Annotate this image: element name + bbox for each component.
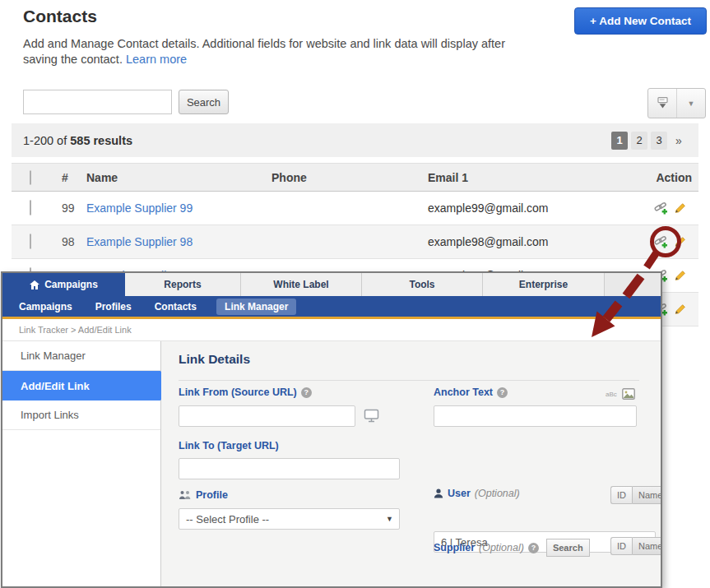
link-from-label: Link From (Source URL) ? [179,387,312,398]
sub-nav-bar: Campaigns Profiles Contacts Link Manager [2,296,661,317]
top-tab-bar: Campaigns Reports White Label Tools Ente… [2,273,661,296]
supplier-id-name-toggle: ID Name [610,537,662,555]
column-header-num: # [62,171,68,184]
link-manager-sidebar: Link Manager Add/Edit Link Import Links [2,341,161,586]
help-icon[interactable]: ? [497,387,508,398]
add-link-icon[interactable] [654,201,668,215]
column-header-email: Email 1 [428,171,468,184]
search-button[interactable]: Search [179,90,229,114]
row-email: example99@gmail.com [428,201,549,215]
contact-name-link[interactable]: Example Supplier 99 [86,201,193,215]
user-id-name-toggle: ID Name [610,486,662,504]
tab-enterprise[interactable]: Enterprise [483,273,605,296]
help-icon[interactable]: ? [301,387,312,398]
edit-pencil-icon[interactable] [673,201,687,215]
page-1-button[interactable]: 1 [611,132,628,150]
pagination: 1 2 3 » [611,132,687,150]
edit-pencil-icon[interactable] [673,235,687,249]
tab-white-label[interactable]: White Label [241,273,362,296]
column-header-name: Name [86,171,118,184]
link-manager-window: Campaigns Reports White Label Tools Ente… [1,271,662,588]
user-label: User (Optional) [434,488,520,499]
anchor-text-label: Anchor Text ? [434,387,508,398]
subnav-contacts[interactable]: Contacts [155,301,197,313]
breadcrumb: Link Tracker > Add/Edit Link [2,319,661,341]
export-button[interactable] [648,89,677,118]
row-checkbox[interactable] [30,200,31,215]
row-num: 99 [62,201,75,215]
table-header: # Name Phone Email 1 Action [12,163,698,192]
sidebar-item-add-edit-link[interactable]: Add/Edit Link [2,371,160,400]
profile-label: Profile [179,489,228,501]
user-id-button[interactable]: ID [610,486,632,504]
image-mode-icon[interactable] [622,388,635,400]
profile-icon [179,490,192,500]
select-all-checkbox[interactable] [30,170,31,185]
panel-heading: Link Details [179,352,250,367]
edit-pencil-icon[interactable] [673,303,687,317]
column-header-phone: Phone [271,171,307,184]
page-title: Contacts [23,7,97,26]
add-link-icon[interactable] [654,235,668,249]
table-row: 99 Example Supplier 99 example99@gmail.c… [12,192,698,225]
row-checkbox[interactable] [30,234,31,249]
contact-name-link[interactable]: Example Supplier 98 [86,235,193,248]
supplier-search-button[interactable]: Search [546,539,590,557]
next-pages-button[interactable]: » [671,132,687,150]
export-dropdown-button[interactable]: ▼ [677,89,705,118]
tab-reports[interactable]: Reports [125,273,241,296]
page-3-button[interactable]: 3 [651,132,667,150]
home-icon [30,280,39,289]
user-icon [434,488,443,498]
chevron-down-icon: ▼ [688,100,695,108]
link-to-input[interactable] [179,458,400,479]
search-input[interactable] [23,90,172,114]
table-row: 98 Example Supplier 98 example98@gmail.c… [12,225,698,259]
page-description: Add and Manage Contact details. Addition… [23,36,505,67]
text-mode-icon[interactable]: aBc [606,391,617,398]
link-from-input[interactable] [179,405,355,427]
subnav-campaigns[interactable]: Campaigns [19,301,72,313]
edit-pencil-icon[interactable] [673,269,687,283]
divider [179,380,639,381]
chevron-down-icon: ▼ [386,515,393,523]
supplier-id-button[interactable]: ID [610,537,632,555]
subnav-profiles[interactable]: Profiles [95,301,132,313]
add-new-contact-button[interactable]: + Add New Contact [574,7,707,35]
sidebar-item-import-links[interactable]: Import Links [2,400,160,430]
export-split-button: ▼ [647,88,706,118]
tab-campaigns[interactable]: Campaigns [2,273,125,296]
page-description-line1: Add and Manage Contact details. Addition… [23,36,505,52]
profile-select[interactable]: -- Select Profile -- ▼ [179,508,400,530]
tab-tools[interactable]: Tools [362,273,483,296]
supplier-label: Supplier (Optional) ? Search [434,539,590,557]
sidebar-item-link-manager[interactable]: Link Manager [2,341,160,371]
results-bar: 1-200 of 585 results 1 2 3 » [12,123,698,157]
learn-more-link[interactable]: Learn more [126,53,187,66]
monitor-icon[interactable] [364,409,379,423]
anchor-text-input[interactable] [434,405,637,427]
link-to-label: Link To (Target URL) [179,440,279,451]
page-description-line2: saving the contact. Learn more [23,52,505,67]
row-email: example98@gmail.com [428,235,549,248]
link-details-panel: Link Details Link From (Source URL) ? An… [161,341,661,586]
row-num: 98 [62,235,75,248]
supplier-name-button[interactable]: Name [632,537,662,555]
column-header-action: Action [656,171,692,184]
subnav-link-manager[interactable]: Link Manager [216,299,296,315]
page-2-button[interactable]: 2 [631,132,647,150]
user-name-button[interactable]: Name [632,486,662,504]
export-icon [656,96,670,110]
help-icon[interactable]: ? [528,543,539,553]
results-count: 1-200 of 585 results [23,134,132,147]
